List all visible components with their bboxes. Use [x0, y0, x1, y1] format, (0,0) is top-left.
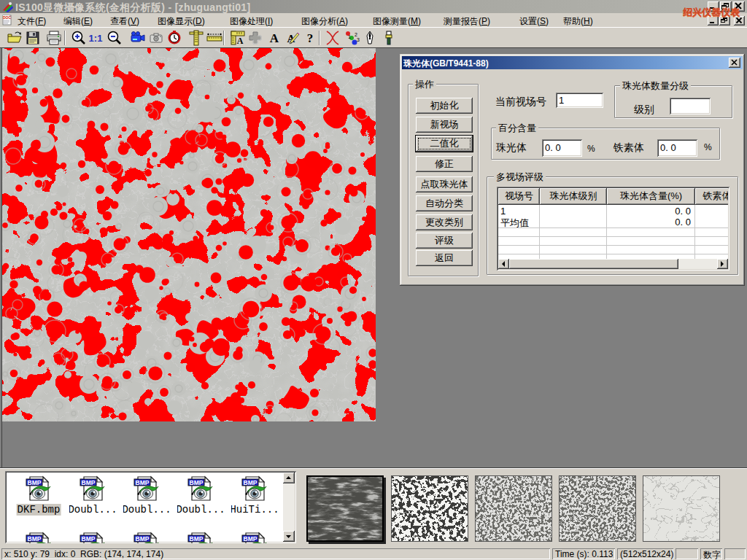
svg-text:3: 3	[357, 37, 360, 42]
svg-text:1: 1	[348, 34, 351, 39]
svg-text:BMP: BMP	[82, 479, 96, 486]
svg-text:BMP: BMP	[244, 479, 258, 486]
svg-text:DOC: DOC	[3, 15, 12, 20]
svg-text:A: A	[237, 36, 244, 46]
svg-text:?: ?	[307, 31, 314, 45]
svg-text:2: 2	[355, 32, 357, 37]
svg-text:BMP: BMP	[190, 479, 204, 486]
svg-text:BMP: BMP	[28, 535, 42, 542]
svg-text:BMP: BMP	[136, 479, 150, 486]
svg-text:A: A	[270, 31, 279, 45]
svg-text:BMP: BMP	[136, 535, 150, 542]
svg-text:BMP: BMP	[82, 535, 96, 542]
svg-text:BMP: BMP	[28, 479, 42, 486]
svg-text:BMP: BMP	[190, 535, 204, 542]
svg-text:BMP: BMP	[244, 535, 258, 542]
svg-text:1:1: 1:1	[89, 33, 103, 44]
